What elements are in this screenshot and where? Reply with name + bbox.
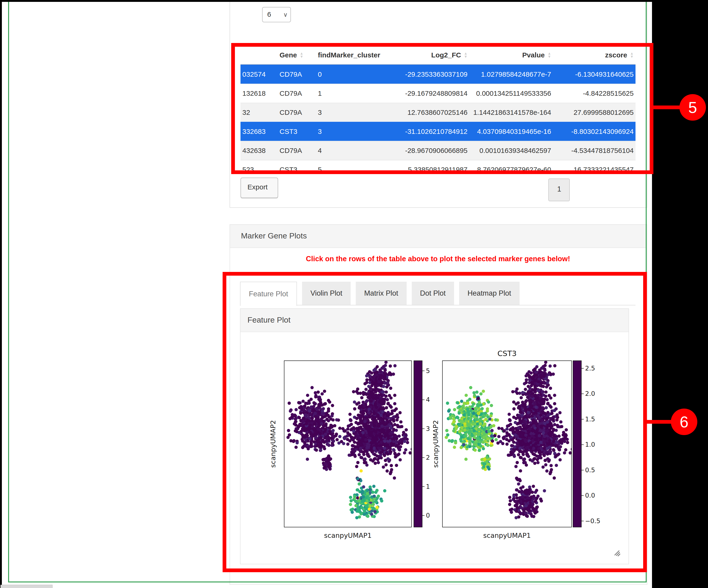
green-border-left [8, 0, 9, 582]
window-top-edge [0, 0, 708, 2]
annotation-badge-6: 6 [671, 409, 697, 435]
right-black-region [652, 0, 708, 588]
annotation-rect-table [231, 43, 653, 174]
annotation-line-6 [646, 420, 672, 424]
instruction-text: Click on the rows of the table above to … [240, 255, 636, 263]
page-length-value: 6 [267, 10, 271, 18]
pagination-page-1[interactable]: 1 [549, 178, 570, 201]
export-button-label: Export [247, 183, 268, 191]
horizontal-scrollbar-thumb[interactable] [0, 585, 53, 588]
annotation-badge-5: 5 [679, 94, 706, 121]
page-length-select[interactable]: 6 ∨ [262, 7, 291, 22]
marker-gene-plots-header: Marker Gene Plots [230, 224, 646, 248]
pagination-page-1-label: 1 [557, 185, 561, 194]
chevron-down-icon: ∨ [283, 11, 288, 18]
window-left-edge [0, 0, 2, 588]
annotation-line-5 [653, 106, 680, 109]
annotation-rect-plots [223, 272, 647, 572]
marker-gene-plots-title: Marker Gene Plots [241, 231, 307, 240]
green-border-bottom [8, 582, 647, 582]
export-button[interactable]: Export [240, 178, 278, 198]
